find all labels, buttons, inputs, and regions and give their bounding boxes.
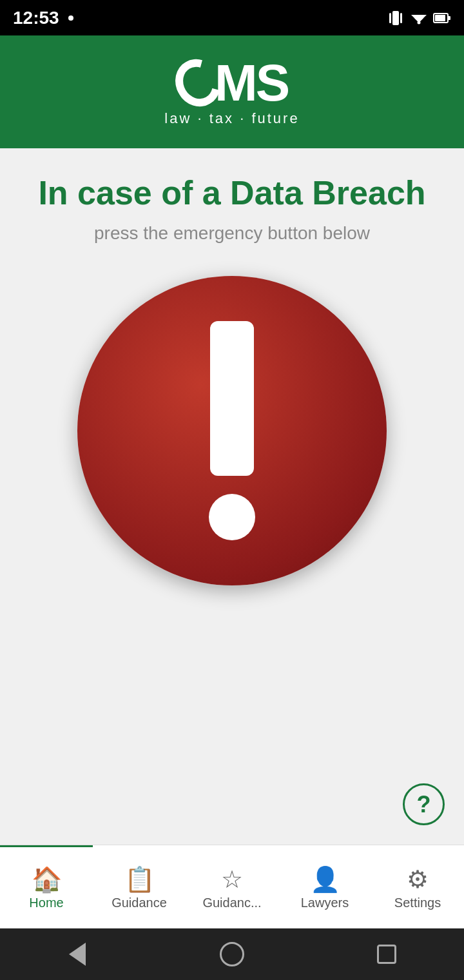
exclamation-bar	[210, 321, 254, 476]
nav-label-guidance2: Guidanc...	[202, 896, 261, 910]
nav-label-lawyers: Lawyers	[301, 896, 349, 910]
back-arrow-icon	[69, 943, 86, 966]
svg-rect-7	[435, 15, 445, 21]
nav-label-guidance1: Guidance	[111, 896, 167, 910]
cms-logo: MS	[176, 57, 288, 109]
android-recents-button[interactable]	[371, 938, 403, 970]
logo-container: MS law · tax · future	[164, 57, 299, 127]
android-back-button[interactable]	[61, 938, 93, 970]
android-nav-bar	[0, 928, 464, 980]
svg-point-5	[418, 21, 421, 24]
status-bar: 12:53	[0, 0, 464, 35]
android-recents-icon	[377, 945, 396, 964]
nav-item-lawyers[interactable]: 👤 Lawyers	[278, 845, 371, 928]
settings-icon: ⚙	[407, 867, 429, 892]
app-header: MS law · tax · future	[0, 35, 464, 148]
bottom-nav: 🏠 Home 📋 Guidance ☆ Guidanc... 👤 Lawyers…	[0, 845, 464, 928]
svg-rect-0	[389, 13, 391, 23]
nav-item-home[interactable]: 🏠 Home	[0, 845, 93, 928]
page-subtitle: press the emergency button below	[94, 223, 370, 244]
home-icon: 🏠	[32, 867, 62, 892]
guidance1-icon: 📋	[124, 867, 155, 892]
android-home-button[interactable]	[216, 938, 248, 970]
emergency-button[interactable]	[77, 276, 387, 585]
question-mark-icon: ?	[417, 791, 431, 818]
status-dot	[68, 15, 73, 21]
svg-rect-1	[392, 11, 399, 25]
status-time: 12:53	[13, 8, 59, 28]
svg-rect-8	[448, 16, 450, 20]
page-title: In case of a Data Breach	[38, 174, 425, 213]
cms-letters: MS	[215, 57, 288, 109]
nav-item-guidance1[interactable]: 📋 Guidance	[93, 845, 186, 928]
main-content: In case of a Data Breach press the emerg…	[0, 148, 464, 845]
battery-icon	[433, 11, 451, 25]
nav-label-settings: Settings	[394, 896, 441, 910]
guidance2-icon: ☆	[221, 867, 243, 892]
lawyers-icon: 👤	[310, 867, 340, 892]
svg-rect-2	[400, 13, 402, 23]
nav-label-home: Home	[29, 896, 63, 910]
logo-tagline: law · tax · future	[164, 110, 299, 127]
wifi-icon	[410, 11, 428, 25]
android-home-icon	[220, 942, 244, 966]
vibrate-icon	[387, 9, 405, 27]
nav-item-guidance2[interactable]: ☆ Guidanc...	[186, 845, 278, 928]
exclamation-dot	[209, 494, 255, 540]
status-icons	[387, 9, 451, 27]
nav-item-settings[interactable]: ⚙ Settings	[371, 845, 464, 928]
help-button[interactable]: ?	[403, 783, 445, 825]
exclamation-icon	[209, 321, 255, 540]
